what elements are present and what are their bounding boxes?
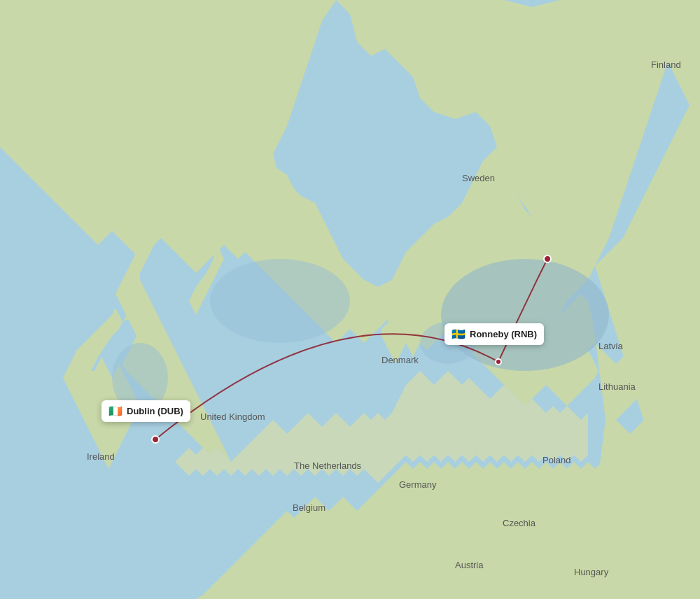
- ronneby-label: 🇸🇪 Ronneby (RNB): [444, 323, 544, 345]
- dublin-label-text: Dublin (DUB): [127, 406, 183, 416]
- dublin-dot: [151, 435, 160, 444]
- map-container: 🇮🇪 Dublin (DUB) 🇸🇪 Ronneby (RNB) Ireland…: [0, 0, 700, 599]
- svg-point-2: [210, 259, 350, 343]
- ireland-flag: 🇮🇪: [108, 404, 122, 418]
- map-background: [0, 0, 700, 599]
- ronneby-dot-upper: [543, 255, 552, 263]
- sweden-flag: 🇸🇪: [451, 327, 465, 341]
- ronneby-label-text: Ronneby (RNB): [470, 329, 537, 339]
- ronneby-dot-lower: [495, 358, 502, 365]
- dublin-label: 🇮🇪 Dublin (DUB): [102, 400, 190, 422]
